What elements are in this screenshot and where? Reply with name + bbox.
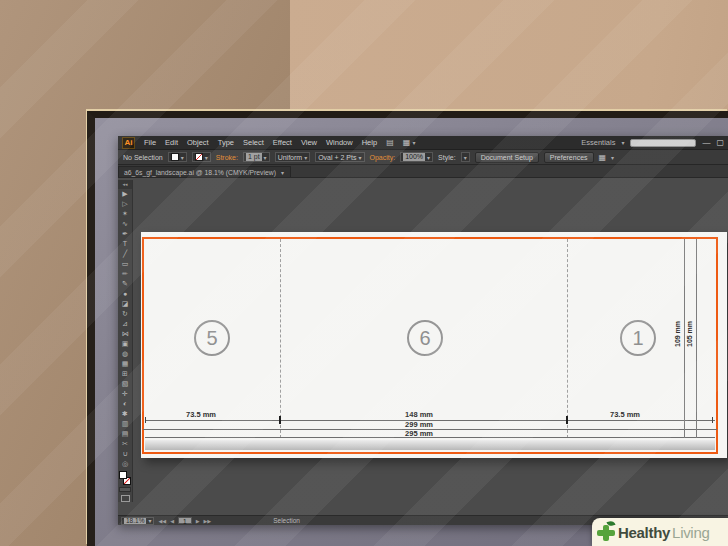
menu-file[interactable]: File xyxy=(144,138,156,147)
document-setup-button[interactable]: Document Setup xyxy=(475,152,539,163)
document-tab[interactable]: a6_6s_gf_landscape.ai @ 18.1% (CMYK/Prev… xyxy=(118,166,291,177)
column-graph-tool[interactable]: ▥ xyxy=(119,419,132,429)
scale-tool[interactable]: ⊿ xyxy=(119,319,132,329)
shape-builder-tool[interactable]: ◍ xyxy=(119,349,132,359)
stroke-color-picker[interactable]: ▾ xyxy=(192,152,211,162)
panel-width-label-left: 73.5 mm xyxy=(151,411,251,419)
menu-select[interactable]: Select xyxy=(243,138,264,147)
zoom-level-select[interactable]: 18.1%▾ xyxy=(121,517,154,525)
free-transform-tool[interactable]: ▣ xyxy=(119,339,132,349)
first-artboard-button[interactable]: ◀◀ xyxy=(158,518,166,524)
symbol-sprayer-tool[interactable]: ✱ xyxy=(119,409,132,419)
minimize-button[interactable]: — xyxy=(702,138,710,147)
last-artboard-button[interactable]: ▶▶ xyxy=(204,518,212,524)
rectangle-tool[interactable]: ▭ xyxy=(119,259,132,269)
pencil-tool[interactable]: ✎ xyxy=(119,279,132,289)
hand-tool[interactable]: ∪ xyxy=(119,449,132,459)
panel-collapse-icon[interactable]: ◂◂ xyxy=(118,180,132,189)
zoom-tool[interactable]: ◎ xyxy=(119,459,132,469)
chevron-down-icon: ▾ xyxy=(413,140,416,146)
illustrator-logo-icon: Ai xyxy=(122,137,135,149)
menu-help[interactable]: Help xyxy=(362,138,377,147)
dimension-tick xyxy=(145,417,146,423)
eraser-tool[interactable]: ◪ xyxy=(119,299,132,309)
search-input[interactable] xyxy=(630,139,696,147)
bridge-icon[interactable]: ▤ xyxy=(386,138,394,147)
brand-name-light: Living xyxy=(672,524,709,541)
blob-brush-tool[interactable]: ● xyxy=(119,289,132,299)
dimension-tick xyxy=(279,416,281,424)
screen-mode-button[interactable] xyxy=(121,495,130,502)
fill-color-picker[interactable]: ▾ xyxy=(168,152,187,162)
maximize-button[interactable]: ▢ xyxy=(716,138,724,147)
preferences-button[interactable]: Preferences xyxy=(544,152,594,163)
chevron-down-icon: ▾ xyxy=(464,154,467,161)
drawing-modes-bar[interactable] xyxy=(119,487,131,492)
previous-artboard-button[interactable]: ◀ xyxy=(170,518,174,524)
chevron-down-icon: ▾ xyxy=(611,154,614,161)
dimension-line-vertical xyxy=(684,239,685,438)
panel-width-label-right: 73.5 mm xyxy=(575,411,675,419)
paintbrush-tool[interactable]: ✏ xyxy=(119,269,132,279)
mesh-tool[interactable]: ⊞ xyxy=(119,369,132,379)
app-bar: Ai File Edit Object Type Select Effect V… xyxy=(118,136,728,150)
canvas[interactable]: 5 6 1 xyxy=(134,178,728,515)
chevron-down-icon: ▾ xyxy=(264,154,267,161)
line-segment-tool[interactable]: ╱ xyxy=(119,249,132,259)
healthy-living-badge: Healthy Living xyxy=(592,518,728,546)
direct-selection-tool[interactable]: ▷ xyxy=(119,199,132,209)
rotate-tool[interactable]: ↻ xyxy=(119,309,132,319)
chevron-down-icon: ▾ xyxy=(358,154,361,161)
panel-number-5: 5 xyxy=(194,320,230,356)
fold-line-right xyxy=(567,239,568,438)
artboard-number-field[interactable]: 1 xyxy=(178,517,192,524)
gradient-tool[interactable]: ▧ xyxy=(119,379,132,389)
lasso-tool[interactable]: ∿ xyxy=(119,219,132,229)
opacity-select[interactable]: 100%▾ xyxy=(400,152,433,162)
screen-desktop: Ai File Edit Object Type Select Effect V… xyxy=(95,118,728,546)
magic-wand-tool[interactable]: ✶ xyxy=(119,209,132,219)
chevron-down-icon: ▾ xyxy=(427,154,430,161)
width-tool[interactable]: ⋈ xyxy=(119,329,132,339)
artboard[interactable]: 5 6 1 xyxy=(141,232,727,458)
work-area: ◂◂ ▶▷✶∿✒T╱▭✏✎●◪↻⊿⋈▣◍▦⊞▧✛◐✱▥▤✂∪◎ xyxy=(118,178,728,515)
eyedropper-tool[interactable]: ✛ xyxy=(119,389,132,399)
illustrator-window: Ai File Edit Object Type Select Effect V… xyxy=(118,136,728,525)
control-bar: No Selection ▾ ▾ Stroke: 1 pt▾ Uniform▾ … xyxy=(118,150,728,165)
app-bar-right: Essentials ▾ — ▢ xyxy=(581,138,724,147)
align-panel-icon[interactable]: ▦ xyxy=(599,153,607,162)
pen-tool[interactable]: ✒ xyxy=(119,229,132,239)
photo-stage: Ai File Edit Object Type Select Effect V… xyxy=(0,0,728,546)
document-tab-title: a6_6s_gf_landscape.ai @ 18.1% (CMYK/Prev… xyxy=(124,169,276,176)
next-artboard-button[interactable]: ▶ xyxy=(196,518,200,524)
brush-definition-select[interactable]: Oval + 2 Pts▾ xyxy=(315,152,364,162)
selection-tool[interactable]: ▶ xyxy=(119,189,132,199)
stroke-label: Stroke: xyxy=(216,154,238,161)
blend-tool[interactable]: ◐ xyxy=(119,399,132,409)
no-selection-label: No Selection xyxy=(123,154,163,161)
width-profile-select[interactable]: Uniform▾ xyxy=(275,152,311,162)
menu-edit[interactable]: Edit xyxy=(165,138,178,147)
artboard-tool[interactable]: ▤ xyxy=(119,429,132,439)
arrange-documents-icon[interactable]: ▦ ▾ xyxy=(403,138,416,147)
menu-view[interactable]: View xyxy=(301,138,317,147)
stroke-weight-select[interactable]: 1 pt▾ xyxy=(243,152,270,162)
fill-stroke-indicator[interactable] xyxy=(119,471,131,485)
menu-window[interactable]: Window xyxy=(326,138,353,147)
type-tool[interactable]: T xyxy=(119,239,132,249)
slice-tool[interactable]: ✂ xyxy=(119,439,132,449)
total-width-label-299: 299 mm xyxy=(341,421,433,429)
perspective-grid-tool[interactable]: ▦ xyxy=(119,359,132,369)
dimension-tick xyxy=(712,417,713,423)
opacity-label: Opacity: xyxy=(370,154,396,161)
panel-number-6: 6 xyxy=(407,320,443,356)
menu-type[interactable]: Type xyxy=(218,138,234,147)
menu-effect[interactable]: Effect xyxy=(273,138,292,147)
cross-bar-horizontal xyxy=(597,530,615,536)
green-cross-leaf-icon xyxy=(597,522,615,542)
chevron-down-icon: ▾ xyxy=(148,517,151,524)
menu-object[interactable]: Object xyxy=(187,138,209,147)
workspace-switcher[interactable]: Essentials xyxy=(581,138,615,147)
style-select[interactable]: ▾ xyxy=(461,152,470,162)
total-width-label-295: 295 mm xyxy=(341,430,433,438)
